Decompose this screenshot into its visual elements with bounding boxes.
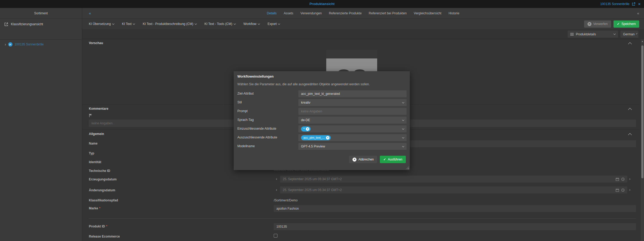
execute-button[interactable]: ✓ Ausführen (380, 156, 406, 163)
chevron-down-icon (636, 33, 637, 35)
group-divider (89, 218, 636, 219)
chevron-down-icon (402, 119, 404, 121)
close-icon[interactable]: ✕ (638, 2, 641, 6)
classification-view-icon (4, 22, 8, 26)
section-allgemein-title: Allgemein (89, 132, 104, 136)
vertical-scrollbar[interactable]: ▲ (640, 39, 644, 241)
field-label-auszuschliessende-attribute: Auszuschliessende Attribute (237, 136, 277, 139)
check-icon: ✓ (617, 22, 620, 26)
cancel-button[interactable]: ✕ Abbrechen (349, 156, 377, 163)
product-link[interactable]: 100135 Sonnenbrille (600, 2, 629, 6)
sidebar-header: Sortiment (0, 8, 82, 19)
chevron-down-icon (402, 101, 404, 103)
collapse-vorschau-icon[interactable] (628, 42, 632, 46)
product-view-app: Produktansicht 100135 Sonnenbrille ✕ Sor… (0, 0, 644, 241)
collapse-allgemein-icon[interactable] (628, 133, 632, 137)
menu-ki-text[interactable]: KI Text (122, 22, 135, 26)
check-icon: ✓ (383, 158, 386, 161)
field-label-sprach-tag: Sprach-Tag (237, 118, 254, 122)
scroll-up-arrow-icon[interactable]: ▲ (641, 40, 644, 43)
toolbar-menus: KI Übersetzung KI Text KI Text - Produkt… (89, 19, 280, 29)
required-asterisk: * (99, 206, 101, 210)
collapse-sidebar-icon[interactable]: « (89, 8, 91, 19)
erzeugungsdatum-input[interactable]: 25. September 2025 um 05:34:37 GMT+2 (280, 176, 627, 183)
scrollbar-thumb[interactable] (641, 45, 643, 178)
stil-select[interactable]: kreativ (298, 99, 407, 106)
chevron-left-icon[interactable]: ‹ (276, 176, 277, 181)
expand-chevron-icon[interactable]: › (5, 42, 6, 46)
save-button[interactable]: ✓ Speichern (613, 20, 639, 28)
chevron-down-icon (133, 22, 135, 24)
section-vorschau-title: Vorschau (89, 41, 103, 45)
calendar-icon[interactable] (616, 188, 619, 192)
discard-button[interactable]: ✕ Verwerfen (584, 20, 611, 28)
flag-icon[interactable] (89, 113, 93, 117)
clock-icon[interactable] (621, 188, 625, 192)
collapse-panel-icon[interactable]: « (637, 8, 639, 19)
collapse-kommentare-icon[interactable] (628, 108, 632, 112)
sprach-tag-select[interactable]: de-DE (298, 117, 407, 124)
prompt-text[interactable] (301, 109, 404, 113)
calendar-icon[interactable] (616, 177, 619, 181)
tab-referenzierte-produkte[interactable]: Referenzierte Produkte (329, 11, 362, 15)
chevron-down-icon (402, 145, 404, 147)
ziel-attribut-text[interactable] (301, 92, 404, 96)
marke-input[interactable] (274, 205, 636, 212)
product-badge: P (8, 42, 12, 46)
menu-ki-text-tools[interactable]: KI Text - Tools (CM) (204, 22, 236, 26)
menu-ki-text-produktbeschreibung[interactable]: KI Text - Produktbeschreibung (CM) (143, 22, 197, 26)
menu-ki-uebersetzung[interactable]: KI Übersetzung (89, 22, 114, 26)
field-label-prompt: Prompt (237, 109, 248, 113)
menu-workflow[interactable]: Workflow (243, 22, 260, 26)
language-selector[interactable]: German (620, 31, 638, 38)
dialog-title: Workfloweinstellungen (237, 75, 274, 78)
view-selector[interactable]: Produktdetails (568, 31, 618, 38)
tree-item-product[interactable]: › P 100135 Sonnenbrille (0, 40, 82, 48)
tab-vergleichsuebersicht[interactable]: Vergleichsübersicht (414, 11, 441, 15)
tab-historie[interactable]: Historie (449, 11, 459, 15)
release-ecommerce-checkbox[interactable] (274, 234, 277, 238)
chevron-left-icon[interactable]: ‹ (276, 187, 277, 192)
chevron-right-icon[interactable]: › (629, 187, 630, 192)
open-external-icon[interactable] (632, 2, 636, 6)
tree-item-label[interactable]: 100135 Sonnenbrille (15, 43, 44, 46)
aenderungsdatum-input[interactable]: 25. September 2025 um 05:34:37 GMT+2 (280, 187, 627, 193)
sidebar-item-klassifizierungsansicht[interactable]: Klassifizierungsansicht (0, 19, 82, 30)
tab-details[interactable]: Details (267, 11, 277, 15)
field-label-modellname: Modellname (237, 144, 255, 148)
tab-assets[interactable]: Assets (284, 11, 293, 15)
field-label-produkt-id: Produkt ID* (89, 225, 107, 228)
sidebar-item-label: Klassifizierungsansicht (11, 22, 43, 26)
list-view-icon (570, 33, 574, 36)
chevron-right-icon[interactable]: › (629, 176, 630, 181)
clock-icon[interactable] (621, 177, 625, 181)
auszuschliessende-attribute-select[interactable]: acc_pim_text_... ✕ (298, 134, 407, 141)
workflow-settings-dialog: Workfloweinstellungen Wählen Sie die Par… (234, 71, 410, 170)
field-label-name: Name (89, 142, 98, 145)
field-label-identitaet: Identität (89, 160, 101, 164)
einzuschliessende-attribute-select[interactable]: * ✕ (298, 125, 407, 132)
field-label-release-ecommerce: Release Ecommerce (89, 235, 120, 238)
field-label-technische-id: Technische ID (89, 169, 110, 173)
produkt-id-input[interactable] (274, 223, 636, 230)
page-title: Produktansicht (310, 0, 335, 8)
remove-chip-icon[interactable]: ✕ (326, 136, 329, 139)
tab-referenziert-bei-produkten[interactable]: Referenziert bei Produkten (369, 11, 407, 15)
chevron-down-icon (402, 136, 404, 138)
klassifikationspfad-value: /Sortiment/Demo (274, 198, 298, 202)
circle-x-icon: ✕ (588, 22, 591, 26)
ziel-attribut-input[interactable] (298, 90, 407, 97)
chevron-down-icon (258, 22, 260, 24)
sidebar: Sortiment Klassifizierungsansicht › P 10… (0, 8, 82, 241)
titlebar: Produktansicht 100135 Sonnenbrille ✕ (0, 0, 644, 8)
remove-chip-icon[interactable]: ✕ (306, 127, 309, 131)
tab-verwendungen[interactable]: Verwendungen (301, 11, 322, 15)
prompt-input[interactable] (298, 108, 407, 115)
view-controls: Produktdetails German (82, 29, 644, 39)
modellname-select[interactable]: GPT-4.5 Preview (298, 143, 407, 150)
resize-handle[interactable] (406, 166, 409, 169)
field-label-stil: Stil (237, 100, 242, 104)
field-label-marke: Marke* (89, 206, 100, 210)
section-kommentare-title: Kommentare (89, 107, 108, 111)
menu-export[interactable]: Export (268, 22, 280, 26)
